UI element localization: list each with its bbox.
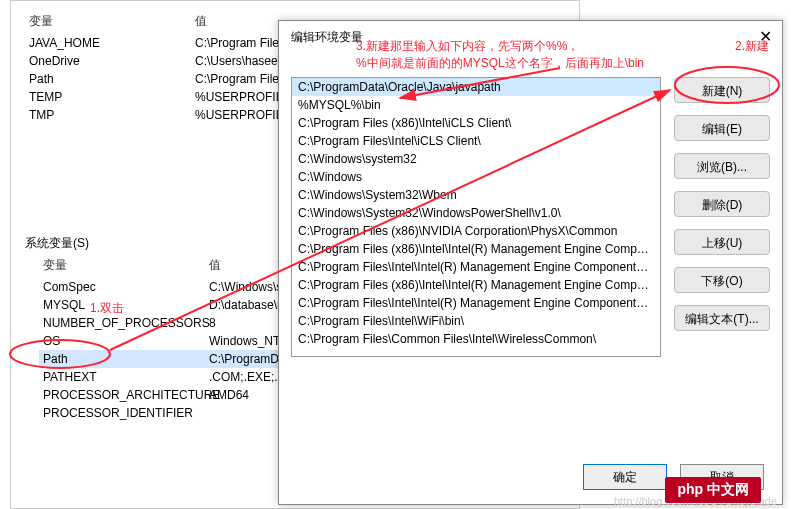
- var-name: JAVA_HOME: [25, 36, 195, 50]
- annotation-2: 2.新建: [735, 38, 769, 55]
- list-item[interactable]: C:\ProgramData\Oracle\Java\javapath: [292, 78, 660, 96]
- var-name: ComSpec: [39, 280, 209, 294]
- var-name: PATHEXT: [39, 370, 209, 384]
- new-button[interactable]: 新建(N): [674, 77, 770, 103]
- php-cn-logo: php 中文网: [665, 477, 761, 503]
- list-item[interactable]: C:\Program Files (x86)\Intel\iCLS Client…: [292, 114, 660, 132]
- list-item[interactable]: C:\Windows\System32\WindowsPowerShell\v1…: [292, 204, 660, 222]
- list-item[interactable]: C:\Windows\System32\Wbem: [292, 186, 660, 204]
- edit-button[interactable]: 编辑(E): [674, 115, 770, 141]
- var-name: NUMBER_OF_PROCESSORS: [39, 316, 209, 330]
- annotation-1: 1.双击: [90, 300, 124, 317]
- edit-env-var-dialog: 编辑环境变量 ✕ C:\ProgramData\Oracle\Java\java…: [278, 20, 783, 505]
- var-name: OneDrive: [25, 54, 195, 68]
- list-item[interactable]: C:\Program Files (x86)\Intel\Intel(R) Ma…: [292, 240, 660, 258]
- list-item[interactable]: C:\Program Files\Common Files\Intel\Wire…: [292, 330, 660, 348]
- list-item[interactable]: C:\Program Files\Intel\Intel(R) Manageme…: [292, 294, 660, 312]
- var-name: PROCESSOR_IDENTIFIER: [39, 406, 209, 420]
- delete-button[interactable]: 删除(D): [674, 191, 770, 217]
- path-listbox[interactable]: C:\ProgramData\Oracle\Java\javapath%MYSQ…: [291, 77, 661, 357]
- var-name: PROCESSOR_ARCHITECTURE: [39, 388, 209, 402]
- var-name: OS: [39, 334, 209, 348]
- list-item[interactable]: C:\Program Files (x86)\Intel\Intel(R) Ma…: [292, 276, 660, 294]
- move-up-button[interactable]: 上移(U): [674, 229, 770, 255]
- annotation-3: 3.新建那里输入如下内容，先写两个%%， %中间就是前面的的MYSQL这个名字，…: [356, 38, 676, 72]
- var-name: TEMP: [25, 90, 195, 104]
- list-item[interactable]: C:\Program Files\Intel\Intel(R) Manageme…: [292, 258, 660, 276]
- browse-button[interactable]: 浏览(B)...: [674, 153, 770, 179]
- list-item[interactable]: C:\Program Files\Intel\iCLS Client\: [292, 132, 660, 150]
- list-item[interactable]: C:\Windows\system32: [292, 150, 660, 168]
- var-name: Path: [39, 352, 209, 366]
- edit-text-button[interactable]: 编辑文本(T)...: [674, 305, 770, 331]
- var-name: TMP: [25, 108, 195, 122]
- list-item[interactable]: C:\Windows: [292, 168, 660, 186]
- list-item[interactable]: C:\Program Files (x86)\NVIDIA Corporatio…: [292, 222, 660, 240]
- system-vars-label: 系统变量(S): [25, 235, 89, 252]
- col-variable: 变量: [25, 13, 195, 30]
- list-item[interactable]: C:\Program Files\Intel\WiFi\bin\: [292, 312, 660, 330]
- ok-button[interactable]: 确定: [583, 464, 667, 490]
- col-variable: 变量: [39, 257, 209, 274]
- move-down-button[interactable]: 下移(O): [674, 267, 770, 293]
- list-item[interactable]: %MYSQL%\bin: [292, 96, 660, 114]
- var-name: Path: [25, 72, 195, 86]
